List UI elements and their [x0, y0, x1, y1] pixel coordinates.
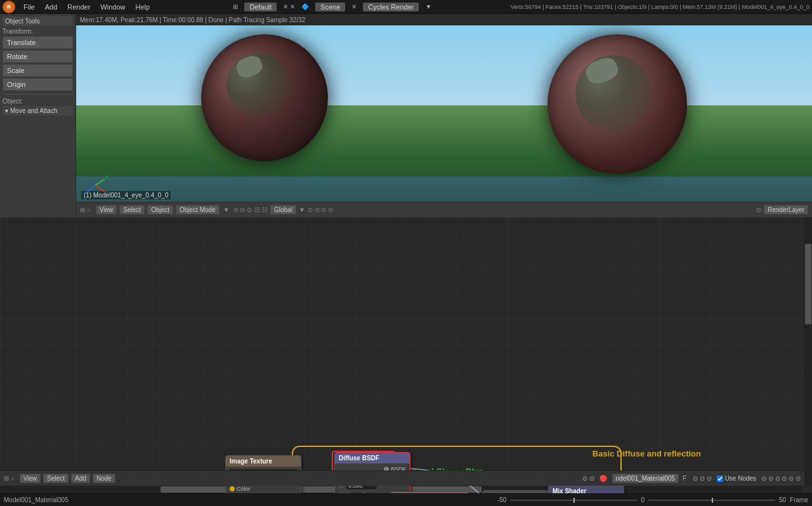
menu-file[interactable]: File — [19, 2, 39, 12]
svg-line-1 — [95, 179, 105, 185]
use-nodes-label: Use Nodes — [717, 475, 756, 482]
left-sidebar: Object Tools Transform: Translate Rotate… — [0, 14, 76, 217]
use-nodes-checkbox[interactable] — [717, 476, 723, 482]
eye-right — [547, 34, 687, 174]
scene-name[interactable]: Scene — [315, 3, 345, 11]
timeline-pos50: 50 — [779, 496, 786, 503]
axis-indicator: X Y Z — [82, 173, 108, 198]
menu-add[interactable]: Add — [41, 2, 62, 12]
move-attach-text: Move and Attach — [10, 107, 58, 114]
render-engine[interactable]: Cycles Render — [363, 3, 419, 11]
origin-btn[interactable]: Origin — [3, 78, 73, 91]
viewport-info-bar: Mem:17.40M, Peak:21.76M | Time:00:00.88 … — [76, 14, 812, 25]
mix-shader-top-node[interactable]: Mix Shader Shader Fac Shader Shader — [548, 485, 624, 493]
viewport-info-text: Mem:17.40M, Peak:21.76M | Time:00:00.88 … — [80, 17, 305, 23]
annotation-yellow-title: Basic Diffuse and reflection — [593, 449, 701, 460]
stats-text: Verts:56794 | Faces:52215 | Tris:103791 … — [511, 4, 809, 10]
bottom-status-bar: Model001_Material005 -50 0 50 Frame — [0, 493, 812, 506]
menu-center: ⊞ Default ✕ ✕ 🔷 Scene ✕ Cycles Render ▼ — [155, 3, 509, 11]
viewport-toolbar: ⊞ ○ View Select Object Object Mode ▼ ⊙ ⊙… — [76, 202, 812, 217]
svg-line-0 — [95, 185, 105, 192]
eye-left-highlight — [234, 53, 265, 80]
svg-line-2 — [88, 185, 95, 192]
object-tools-label: Object Tools — [5, 18, 40, 25]
node-editor-toolbar: ⊞ ○ View Select Add Node ⊙ ⊙ 🔴 odel001_M… — [0, 470, 804, 486]
global-btn[interactable]: Global — [270, 205, 296, 215]
menu-right: Verts:56794 | Faces:52215 | Tris:103791 … — [511, 4, 809, 10]
menu-window[interactable]: Window — [96, 2, 129, 12]
menu-render[interactable]: Render — [63, 2, 95, 12]
svg-text:X: X — [105, 189, 108, 195]
object-tools-header[interactable]: Object Tools — [3, 17, 73, 26]
select-menu-btn[interactable]: Select — [119, 205, 145, 215]
mix-shader-top-header: Mix Shader — [549, 486, 624, 493]
transform-label: Transform: — [3, 28, 73, 35]
viewport-content — [76, 14, 812, 217]
menu-help[interactable]: Help — [131, 2, 155, 12]
node-scrollbar-vertical[interactable] — [804, 217, 812, 486]
move-attach-header[interactable]: ▾ Move and Attach — [3, 106, 73, 116]
node-editor[interactable]: Basic Diffuse and reflection Additional … — [0, 217, 812, 493]
image-texture-header: Image Texture — [226, 456, 301, 467]
rotate-btn[interactable]: Rotate — [3, 50, 73, 63]
eye-right-highlight — [584, 55, 621, 86]
timeline-zero: 0 — [641, 496, 645, 503]
sky-background — [76, 14, 812, 105]
screen-name[interactable]: Default — [244, 3, 277, 11]
ne-select-btn[interactable]: Select — [43, 474, 69, 483]
node-editor-background: Basic Diffuse and reflection Additional … — [0, 217, 812, 493]
ne-view-btn[interactable]: View — [20, 474, 41, 483]
material-name-status: Model001_Material005 — [4, 496, 69, 503]
object-menu-btn[interactable]: Object — [147, 205, 173, 215]
viewport-area[interactable]: ⊞ ○ View Select Object Object Mode ▼ ⊙ ⊙… — [76, 14, 812, 217]
svg-text:Y: Y — [105, 174, 108, 180]
object-label: Object: — [3, 98, 73, 105]
blender-logo: B — [3, 1, 15, 13]
timeline-neg50: -50 — [497, 496, 506, 503]
ne-node-btn[interactable]: Node — [93, 474, 115, 483]
eye-left — [201, 34, 328, 161]
frame-label: Frame — [790, 496, 808, 503]
diffuse-bsdf-header: Diffuse BSDF — [335, 453, 410, 463]
node-scrollbar-thumb-v[interactable] — [805, 244, 811, 324]
object-mode-btn[interactable]: Object Mode — [176, 205, 219, 215]
translate-btn[interactable]: Translate — [3, 36, 73, 49]
svg-text:Z: Z — [84, 189, 87, 195]
top-menubar: B File Add Render Window Help ⊞ Default … — [0, 0, 812, 14]
scale-btn[interactable]: Scale — [3, 64, 73, 77]
move-attach-label: ▾ — [5, 107, 8, 114]
view-menu-btn[interactable]: View — [96, 205, 117, 215]
ne-add-btn[interactable]: Add — [71, 474, 90, 483]
material-name-display: odel001_Material005 — [612, 474, 679, 483]
render-layer-btn[interactable]: RenderLayer — [764, 205, 808, 215]
